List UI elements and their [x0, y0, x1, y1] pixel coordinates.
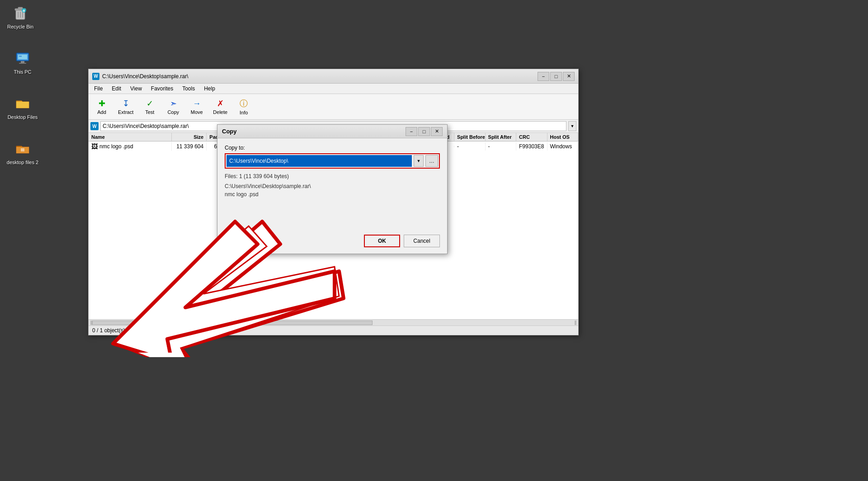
desktop-files-2-icon[interactable]: desktop files 2	[5, 138, 41, 167]
address-icon: W	[90, 122, 99, 130]
svg-rect-13	[19, 56, 22, 57]
this-pc-label: This PC	[14, 69, 31, 75]
file-path-line2: nmc logo .psd	[225, 190, 440, 198]
close-button[interactable]: ✕	[563, 72, 575, 81]
copy-dialog-body: Copy to: ▼ … Files: 1 (11 339 604 bytes)…	[217, 138, 447, 254]
winrar-app-icon: W	[92, 73, 99, 80]
col-hostos-header[interactable]: Host OS	[547, 133, 578, 141]
menu-favorites[interactable]: Favorites	[147, 85, 177, 93]
info-icon: ⓘ	[240, 98, 248, 109]
col-size-header[interactable]: Size	[172, 133, 207, 141]
dialog-buttons: OK Cancel	[225, 235, 440, 247]
status-text: 0 / 1 object(s) selected	[92, 327, 147, 334]
copy-to-input[interactable]	[226, 155, 412, 167]
dialog-maximize-button[interactable]: □	[418, 127, 430, 136]
menu-help[interactable]: Help	[200, 85, 219, 93]
copy-to-browse-button[interactable]: …	[425, 155, 438, 167]
file-hostos-cell: Windows	[547, 142, 578, 151]
copy-to-row: ▼ …	[225, 153, 440, 169]
winrar-toolbar: ✚ Add ↧ Extract ✓ Test ➣ Copy → Move ✗ D…	[89, 94, 578, 120]
svg-rect-11	[19, 63, 26, 64]
svg-rect-2	[18, 7, 23, 9]
desktop-files-2-image	[14, 140, 32, 158]
recycle-bin-image: ♻	[11, 4, 29, 22]
toolbar-info-label: Info	[240, 110, 248, 115]
file-crc-cell: F99303E8	[516, 142, 547, 151]
file-size-cell: 11 339 604	[172, 142, 207, 151]
winrar-menu-bar: File Edit View Favorites Tools Help	[89, 84, 578, 94]
move-icon: →	[193, 99, 201, 108]
col-split-after-header[interactable]: Split After	[486, 133, 516, 141]
title-bar-left: W C:\Users\Vince\Desktop\sample.rar\	[92, 73, 189, 80]
toolbar-add-button[interactable]: ✚ Add	[90, 96, 113, 117]
winrar-title-text: C:\Users\Vince\Desktop\sample.rar\	[102, 73, 189, 80]
recycle-bin-label: Recycle Bin	[7, 24, 33, 29]
toolbar-test-label: Test	[145, 109, 154, 115]
dialog-minimize-button[interactable]: −	[406, 127, 417, 136]
col-crc-header[interactable]: CRC	[516, 133, 547, 141]
winrar-title-bar: W C:\Users\Vince\Desktop\sample.rar\ − □…	[89, 69, 578, 84]
title-controls: − □ ✕	[538, 72, 575, 81]
this-pc-icon[interactable]: This PC	[5, 47, 41, 76]
file-name: nmc logo .psd	[99, 143, 133, 150]
file-split-before-cell: -	[454, 142, 485, 151]
toolbar-copy-button[interactable]: ➣ Copy	[162, 96, 184, 117]
copy-icon: ➣	[170, 99, 177, 108]
files-info: Files: 1 (11 339 604 bytes)	[225, 173, 440, 179]
dialog-ok-button[interactable]: OK	[364, 235, 400, 247]
winrar-status-bar: 0 / 1 object(s) selected	[89, 325, 578, 335]
toolbar-add-label: Add	[97, 109, 106, 115]
copy-to-label: Copy to:	[225, 145, 440, 151]
file-split-after-cell: -	[486, 142, 516, 151]
menu-view[interactable]: View	[127, 85, 146, 93]
address-dropdown[interactable]: ▼	[568, 121, 576, 131]
desktop-files-2-label: desktop files 2	[7, 160, 38, 165]
menu-edit[interactable]: Edit	[108, 85, 125, 93]
copy-dialog: Copy − □ ✕ Copy to: ▼ … Files: 1 (11 339…	[217, 124, 448, 254]
dialog-controls: − □ ✕	[406, 127, 443, 136]
copy-dialog-title-bar: Copy − □ ✕	[217, 125, 447, 138]
psd-file-icon: 🖼	[91, 143, 98, 150]
col-name-header[interactable]: Name	[89, 133, 172, 141]
menu-tools[interactable]: Tools	[179, 85, 198, 93]
maximize-button[interactable]: □	[550, 72, 562, 81]
toolbar-move-button[interactable]: → Move	[185, 97, 208, 117]
copy-dialog-title: Copy	[222, 128, 237, 135]
file-path-info: C:\Users\Vince\Desktop\sample.rar\ nmc l…	[225, 182, 440, 198]
file-path-line1: C:\Users\Vince\Desktop\sample.rar\	[225, 182, 440, 190]
recycle-bin-icon[interactable]: ♻ Recycle Bin	[2, 2, 38, 31]
svg-rect-10	[21, 61, 24, 63]
file-name-cell: 🖼 nmc logo .psd	[89, 142, 172, 151]
col-split-before-header[interactable]: Split Before	[454, 133, 485, 141]
svg-rect-14	[21, 148, 24, 151]
toolbar-extract-label: Extract	[118, 109, 133, 115]
add-icon: ✚	[99, 99, 105, 108]
toolbar-move-label: Move	[191, 109, 203, 115]
toolbar-delete-button[interactable]: ✗ Delete	[209, 96, 231, 117]
dialog-cancel-button[interactable]: Cancel	[404, 235, 440, 247]
dialog-close-button[interactable]: ✕	[431, 127, 443, 136]
extract-icon: ↧	[123, 99, 129, 108]
delete-icon: ✗	[217, 99, 224, 108]
this-pc-image	[14, 49, 32, 67]
horizontal-scrollbar[interactable]	[89, 319, 578, 325]
toolbar-delete-label: Delete	[213, 109, 227, 115]
desktop-files-icon[interactable]: Desktop Files	[5, 93, 41, 122]
desktop-files-label: Desktop Files	[8, 114, 38, 120]
toolbar-info-button[interactable]: ⓘ Info	[232, 96, 255, 118]
minimize-button[interactable]: −	[538, 72, 549, 81]
test-icon: ✓	[146, 99, 153, 108]
toolbar-copy-label: Copy	[167, 109, 179, 115]
toolbar-extract-button[interactable]: ↧ Extract	[114, 96, 137, 117]
desktop-files-image	[14, 94, 32, 113]
toolbar-test-button[interactable]: ✓ Test	[138, 96, 161, 117]
menu-file[interactable]: File	[90, 85, 106, 93]
copy-to-dropdown[interactable]: ▼	[414, 155, 424, 167]
